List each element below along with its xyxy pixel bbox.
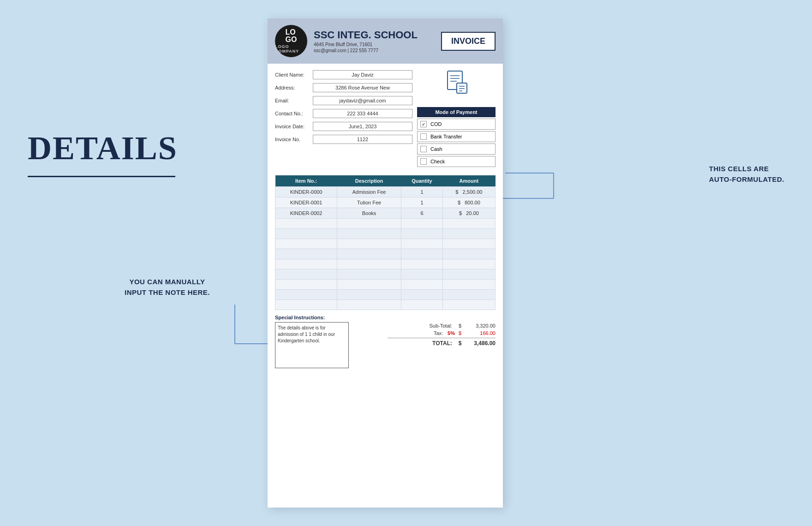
- table-row: [275, 269, 496, 280]
- company-contact: ssc@gmail.com | 222 555 7777: [314, 48, 441, 53]
- cell-item-no[interactable]: [275, 300, 337, 310]
- checkbox-check[interactable]: [420, 158, 427, 165]
- payment-label-bank: Bank Transfer: [430, 134, 462, 139]
- email-label: Email:: [275, 98, 313, 103]
- cell-quantity[interactable]: [401, 300, 443, 310]
- checkbox-bank[interactable]: [420, 133, 427, 140]
- cell-amount[interactable]: [442, 219, 495, 229]
- invoice-title: INVOICE: [441, 32, 496, 51]
- cell-quantity[interactable]: 1: [401, 187, 443, 197]
- table-row: [275, 249, 496, 259]
- details-divider: [28, 176, 175, 177]
- table-row: KINDER-0001 Tution Fee 1 $ 800.00: [275, 197, 496, 208]
- note-label: YOU CAN MANUALLY INPUT THE NOTE HERE.: [125, 277, 210, 298]
- svg-rect-10: [457, 83, 467, 93]
- table-row: KINDER-0002 Books 6 $ 20.00: [275, 208, 496, 219]
- cell-description[interactable]: Tution Fee: [337, 197, 401, 208]
- cell-description[interactable]: [337, 300, 401, 310]
- cell-quantity[interactable]: 6: [401, 208, 443, 219]
- invoice-no-input[interactable]: 1122: [313, 135, 412, 144]
- summary-section: Special Instructions: The details above …: [268, 310, 503, 376]
- cell-item-no[interactable]: [275, 269, 337, 280]
- cell-amount[interactable]: [442, 269, 495, 280]
- col-item-no: Item No.:: [275, 175, 337, 187]
- cell-description[interactable]: [337, 269, 401, 280]
- si-label: Special Instructions:: [275, 315, 383, 320]
- payment-option-bank[interactable]: Bank Transfer: [417, 131, 496, 142]
- cell-description[interactable]: [337, 229, 401, 239]
- contact-input[interactable]: 222 333 4444: [313, 109, 412, 118]
- subtotal-value: 3,320.00: [463, 323, 496, 329]
- cell-description[interactable]: Books: [337, 208, 401, 219]
- cell-amount[interactable]: [442, 239, 495, 249]
- payment-section: Mode of Payment ✓ COD Bank Transfer Cash…: [417, 107, 496, 167]
- client-name-row: Client Name: Jay Daviz: [275, 70, 412, 79]
- cell-amount[interactable]: $ 800.00: [442, 197, 495, 208]
- si-text-box[interactable]: The details above is for admission of 1 …: [275, 322, 349, 368]
- cell-amount[interactable]: [442, 280, 495, 290]
- checkbox-cod[interactable]: ✓: [420, 121, 427, 127]
- company-name: SSC INTEG. SCHOOL: [314, 29, 441, 41]
- cell-quantity[interactable]: [401, 280, 443, 290]
- cell-amount[interactable]: $ 20.00: [442, 208, 495, 219]
- email-input[interactable]: jaydaviz@gmail.com: [313, 96, 412, 105]
- col-description: Description: [337, 175, 401, 187]
- cell-description[interactable]: [337, 259, 401, 269]
- address-row: Address: 3286 Rose Avenue New: [275, 83, 412, 92]
- cell-item-no[interactable]: [275, 219, 337, 229]
- cell-description[interactable]: [337, 280, 401, 290]
- cell-quantity[interactable]: [401, 219, 443, 229]
- cell-item-no[interactable]: [275, 280, 337, 290]
- cell-item-no[interactable]: KINDER-0001: [275, 197, 337, 208]
- table-row: [275, 259, 496, 269]
- table-row: [275, 229, 496, 239]
- details-title: DETAILS: [28, 129, 178, 167]
- special-instructions: Special Instructions: The details above …: [275, 315, 383, 368]
- invoice-date-input[interactable]: June1, 2023: [313, 122, 412, 131]
- cell-quantity[interactable]: [401, 229, 443, 239]
- cell-description[interactable]: Admission Fee: [337, 187, 401, 197]
- tax-currency: $: [457, 330, 463, 336]
- cell-description[interactable]: [337, 249, 401, 259]
- checkbox-cash[interactable]: [420, 146, 427, 152]
- cell-quantity[interactable]: [401, 290, 443, 300]
- cell-amount[interactable]: [442, 249, 495, 259]
- cell-description[interactable]: [337, 290, 401, 300]
- table-row: KINDER-0000 Admission Fee 1 $ 2,500.00: [275, 187, 496, 197]
- cell-amount[interactable]: [442, 300, 495, 310]
- cell-quantity[interactable]: [401, 249, 443, 259]
- subtotal-row: Sub-Total: $ 3,320.00: [388, 323, 496, 329]
- cell-item-no[interactable]: [275, 229, 337, 239]
- cell-item-no[interactable]: [275, 259, 337, 269]
- payment-option-cash[interactable]: Cash: [417, 143, 496, 155]
- tax-value: 166.00: [463, 330, 496, 336]
- cell-amount[interactable]: [442, 229, 495, 239]
- cell-amount[interactable]: [442, 290, 495, 300]
- logo-company-text: LOGO COMPANY: [275, 44, 307, 54]
- cell-quantity[interactable]: 1: [401, 197, 443, 208]
- form-right: Mode of Payment ✓ COD Bank Transfer Cash…: [417, 70, 496, 167]
- address-input[interactable]: 3286 Rose Avenue New: [313, 83, 412, 92]
- address-label: Address:: [275, 85, 313, 90]
- cell-description[interactable]: [337, 239, 401, 249]
- cell-item-no[interactable]: [275, 239, 337, 249]
- cell-quantity[interactable]: [401, 269, 443, 280]
- cell-item-no[interactable]: [275, 249, 337, 259]
- payment-label-check: Check: [430, 159, 445, 164]
- payment-label-cod: COD: [430, 121, 442, 127]
- client-name-input[interactable]: Jay Daviz: [313, 70, 412, 79]
- total-label: TOTAL:: [432, 340, 452, 347]
- payment-option-check[interactable]: Check: [417, 156, 496, 167]
- cell-quantity[interactable]: [401, 239, 443, 249]
- invoice-header: LO GO LOGO COMPANY SSC INTEG. SCHOOL 464…: [268, 18, 503, 64]
- cell-quantity[interactable]: [401, 259, 443, 269]
- payment-option-cod[interactable]: ✓ COD: [417, 119, 496, 130]
- cell-description[interactable]: [337, 219, 401, 229]
- cell-amount[interactable]: [442, 259, 495, 269]
- logo-text-top: LO GO: [286, 29, 297, 43]
- cell-item-no[interactable]: [275, 290, 337, 300]
- cell-amount[interactable]: $ 2,500.00: [442, 187, 495, 197]
- cell-item-no[interactable]: KINDER-0000: [275, 187, 337, 197]
- items-table: Item No.: Description Quantity Amount KI…: [275, 175, 496, 310]
- cell-item-no[interactable]: KINDER-0002: [275, 208, 337, 219]
